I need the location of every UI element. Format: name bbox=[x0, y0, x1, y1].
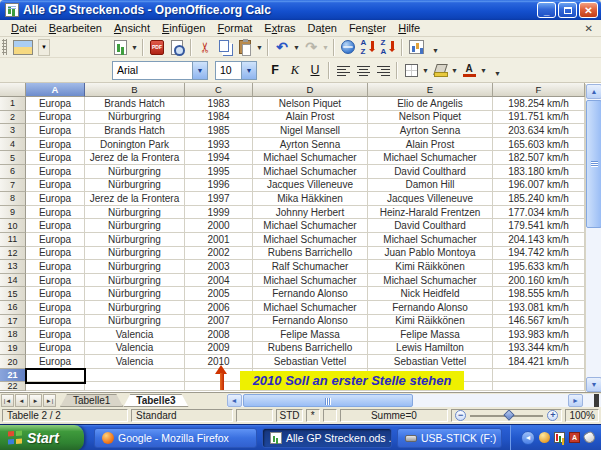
sort-descending-icon[interactable] bbox=[379, 38, 397, 56]
row-header-6[interactable]: 6 bbox=[0, 165, 26, 179]
row-header-19[interactable]: 19 bbox=[0, 342, 26, 356]
row-header-10[interactable]: 10 bbox=[0, 219, 26, 233]
cell-A3[interactable]: Europa bbox=[26, 124, 85, 138]
cell-B18[interactable]: Valencia bbox=[85, 328, 185, 342]
cell-C12[interactable]: 2002 bbox=[185, 247, 253, 261]
underline-button[interactable]: U bbox=[306, 61, 324, 79]
cell-D14[interactable]: Michael Schumacher bbox=[253, 274, 368, 288]
cell-A22[interactable] bbox=[26, 382, 85, 391]
cell-A10[interactable]: Europa bbox=[26, 219, 85, 233]
scroll-down-icon[interactable]: ▼ bbox=[586, 377, 601, 392]
cell-D1[interactable]: Nelson Piquet bbox=[253, 97, 368, 111]
cell-F1[interactable]: 198.254 km/h bbox=[493, 97, 585, 111]
cell-D18[interactable]: Felipe Massa bbox=[253, 328, 368, 342]
cell-E1[interactable]: Elio de Angelis bbox=[368, 97, 493, 111]
cell-B4[interactable]: Donington Park bbox=[85, 138, 185, 152]
cell-D19[interactable]: Rubens Barrichello bbox=[253, 342, 368, 356]
cell-E8[interactable]: Jacques Villeneuve bbox=[368, 192, 493, 206]
previous-sheet-icon[interactable]: ◄ bbox=[15, 394, 28, 407]
cell-D16[interactable]: Michael Schumacher bbox=[253, 301, 368, 315]
sort-ascending-icon[interactable] bbox=[359, 38, 377, 56]
hyperlink-icon[interactable] bbox=[339, 38, 357, 56]
menu-daten[interactable]: Daten bbox=[302, 21, 343, 35]
borders-dropdown[interactable]: ▼ bbox=[421, 61, 430, 79]
cell-E19[interactable]: Lewis Hamilton bbox=[368, 342, 493, 356]
cell-E12[interactable]: Juan Pablo Montoya bbox=[368, 247, 493, 261]
cell-A17[interactable]: Europa bbox=[26, 315, 85, 329]
cell-C11[interactable]: 2001 bbox=[185, 233, 253, 247]
cell-C16[interactable]: 2006 bbox=[185, 301, 253, 315]
close-button[interactable]: ✕ bbox=[579, 2, 598, 18]
cell-D17[interactable]: Fernando Alonso bbox=[253, 315, 368, 329]
paste-dropdown[interactable]: ▼ bbox=[255, 38, 264, 56]
cell-F2[interactable]: 191.751 km/h bbox=[493, 111, 585, 125]
cell-E4[interactable]: Alain Prost bbox=[368, 138, 493, 152]
cell-A13[interactable]: Europa bbox=[26, 260, 85, 274]
taskbar-task-calc[interactable]: Alle GP Strecken.ods ... bbox=[262, 428, 392, 448]
menu-einfgen[interactable]: Einfügen bbox=[156, 21, 211, 35]
font-color-dropdown[interactable]: ▼ bbox=[479, 61, 488, 79]
cell-B16[interactable]: Nürburgring bbox=[85, 301, 185, 315]
cell-B22[interactable] bbox=[85, 382, 185, 391]
tray-language-icon[interactable] bbox=[569, 432, 580, 443]
undo-icon[interactable]: ↶ bbox=[273, 38, 291, 56]
cell-F16[interactable]: 193.081 km/h bbox=[493, 301, 585, 315]
row-header-11[interactable]: 11 bbox=[0, 233, 26, 247]
cell-D11[interactable]: Michael Schumacher bbox=[253, 233, 368, 247]
cell-E13[interactable]: Kimi Räikkönen bbox=[368, 260, 493, 274]
row-header-15[interactable]: 15 bbox=[0, 287, 26, 301]
cell-B1[interactable]: Brands Hatch bbox=[85, 97, 185, 111]
cell-D15[interactable]: Fernando Alonso bbox=[253, 287, 368, 301]
new-document-icon[interactable] bbox=[111, 38, 129, 56]
cell-B17[interactable]: Nürburgring bbox=[85, 315, 185, 329]
row-header-1[interactable]: 1 bbox=[0, 97, 26, 111]
scroll-left-icon[interactable]: ◄ bbox=[227, 394, 242, 407]
cell-B3[interactable]: Brands Hatch bbox=[85, 124, 185, 138]
export-pdf-icon[interactable] bbox=[148, 38, 166, 56]
row-header-14[interactable]: 14 bbox=[0, 274, 26, 288]
cell-E5[interactable]: Michael Schumacher bbox=[368, 151, 493, 165]
cell-C17[interactable]: 2007 bbox=[185, 315, 253, 329]
sheet-tab-tabelle1[interactable]: Tabelle1 bbox=[60, 394, 123, 407]
font-name-dropdown-icon[interactable]: ▼ bbox=[192, 62, 207, 79]
cell-E3[interactable]: Ayrton Senna bbox=[368, 124, 493, 138]
cell-C10[interactable]: 2000 bbox=[185, 219, 253, 233]
cell-F11[interactable]: 204.143 km/h bbox=[493, 233, 585, 247]
cell-D9[interactable]: Johnny Herbert bbox=[253, 206, 368, 220]
cell-F5[interactable]: 182.507 km/h bbox=[493, 151, 585, 165]
cell-E17[interactable]: Kimi Räikkönen bbox=[368, 315, 493, 329]
cell-E14[interactable]: Michael Schumacher bbox=[368, 274, 493, 288]
background-gradient-swatch-icon[interactable] bbox=[11, 38, 35, 56]
cell-B2[interactable]: Nürburgring bbox=[85, 111, 185, 125]
bold-button[interactable]: F bbox=[266, 61, 284, 79]
row-header-8[interactable]: 8 bbox=[0, 192, 26, 206]
scroll-up-icon[interactable]: ▲ bbox=[586, 84, 601, 99]
horizontal-scrollbar-thumb[interactable] bbox=[243, 394, 413, 407]
cell-E6[interactable]: David Coulthard bbox=[368, 165, 493, 179]
select-all-corner[interactable] bbox=[0, 83, 26, 97]
vertical-scrollbar[interactable]: ▲ ▼ bbox=[585, 84, 601, 392]
toolbar-overflow-dropdown[interactable]: ▼ bbox=[430, 38, 441, 56]
menu-format[interactable]: Format bbox=[211, 21, 258, 35]
column-header-C[interactable]: C bbox=[185, 83, 253, 97]
cell-E7[interactable]: Damon Hill bbox=[368, 179, 493, 193]
font-color-icon[interactable] bbox=[460, 61, 478, 79]
align-center-icon[interactable] bbox=[354, 61, 372, 79]
menu-datei[interactable]: Datei bbox=[5, 21, 43, 35]
cell-B14[interactable]: Nürburgring bbox=[85, 274, 185, 288]
cell-C3[interactable]: 1985 bbox=[185, 124, 253, 138]
tray-chart-icon[interactable] bbox=[554, 432, 565, 443]
cell-B10[interactable]: Nürburgring bbox=[85, 219, 185, 233]
cell-A12[interactable]: Europa bbox=[26, 247, 85, 261]
menu-ansicht[interactable]: Ansicht bbox=[108, 21, 156, 35]
cell-A19[interactable]: Europa bbox=[26, 342, 85, 356]
cell-F19[interactable]: 193.344 km/h bbox=[493, 342, 585, 356]
cell-B13[interactable]: Nürburgring bbox=[85, 260, 185, 274]
first-sheet-icon[interactable]: |◄ bbox=[1, 394, 14, 407]
next-sheet-icon[interactable]: ► bbox=[29, 394, 42, 407]
row-header-9[interactable]: 9 bbox=[0, 206, 26, 220]
menu-bearbeiten[interactable]: Bearbeiten bbox=[43, 21, 108, 35]
cell-B8[interactable]: Jerez de la Frontera bbox=[85, 192, 185, 206]
cell-F20[interactable]: 184.421 km/h bbox=[493, 355, 585, 369]
cell-C9[interactable]: 1999 bbox=[185, 206, 253, 220]
